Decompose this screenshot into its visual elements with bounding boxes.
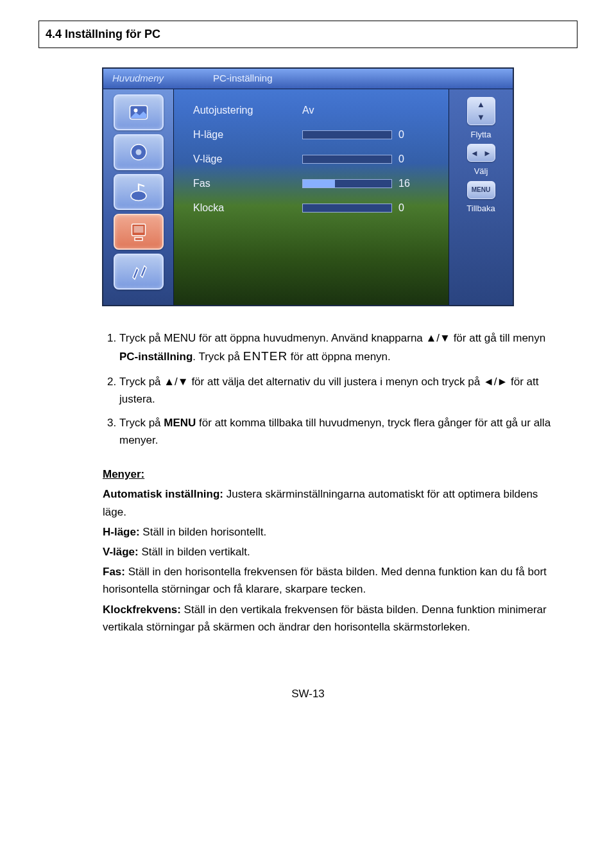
step-3: Tryck på MENU för att komma tillbaka til… bbox=[119, 414, 565, 449]
rightbar-back-label: Tillbaka bbox=[466, 203, 495, 214]
osd-value: 0 bbox=[398, 128, 418, 142]
osd-label: Autojustering bbox=[193, 103, 302, 117]
key-leftright-icon: ◄ ► bbox=[467, 144, 495, 162]
svg-point-1 bbox=[133, 109, 137, 112]
osd-value: Av bbox=[302, 103, 314, 117]
section-title-box: 4.4 Inställning för PC bbox=[38, 21, 578, 48]
osd-value: 0 bbox=[398, 201, 418, 215]
osd-label: H-läge bbox=[193, 128, 302, 142]
menu-auto: Automatisk inställning: Justera skärmins… bbox=[103, 485, 558, 520]
osd-label: Klocka bbox=[193, 201, 302, 215]
updown-icon: ▲/▼ bbox=[164, 376, 188, 388]
osd-topbar-right: PC-inställning bbox=[196, 72, 513, 85]
osd-slider bbox=[302, 130, 392, 139]
sidebar-icon-channel bbox=[114, 174, 164, 210]
osd-row-v: V-läge 0 bbox=[193, 147, 436, 171]
key-menu-icon: MENU bbox=[467, 181, 495, 199]
osd-value: 0 bbox=[398, 152, 418, 166]
osd-value: 16 bbox=[398, 177, 418, 191]
menus-heading: Menyer: bbox=[103, 465, 558, 483]
osd-label: Fas bbox=[193, 177, 302, 191]
osd-slider bbox=[302, 204, 392, 213]
osd-topbar: Huvudmeny PC-inställning bbox=[103, 69, 513, 89]
leftright-icon: ◄/► bbox=[483, 376, 508, 388]
osd-row-fas: Fas 16 bbox=[193, 171, 436, 196]
osd-screen: Huvudmeny PC-inställning Autojustering bbox=[102, 67, 514, 306]
svg-rect-6 bbox=[135, 238, 142, 241]
instructions: Tryck på MENU för att öppna huvudmenyn. … bbox=[38, 329, 578, 636]
svg-point-3 bbox=[135, 149, 141, 155]
osd-topbar-left: Huvudmeny bbox=[103, 72, 196, 85]
osd-screenshot: Huvudmeny PC-inställning Autojustering bbox=[102, 67, 514, 306]
osd-label: V-läge bbox=[193, 152, 302, 166]
page-number: SW-13 bbox=[38, 687, 578, 702]
osd-rightbar: ▲▼ Flytta ◄ ► Välj MENU Tillbaka bbox=[449, 89, 513, 305]
sidebar-icon-setup bbox=[114, 254, 164, 290]
menu-h: H-läge: Ställ in bilden horisontellt. bbox=[103, 523, 558, 541]
step-2: Tryck på ▲/▼ för att välja det alternati… bbox=[119, 373, 565, 408]
step-1: Tryck på MENU för att öppna huvudmenyn. … bbox=[119, 329, 565, 367]
menu-v: V-läge: Ställ in bilden vertikalt. bbox=[103, 543, 558, 561]
rightbar-select-label: Välj bbox=[474, 166, 488, 177]
osd-main: Autojustering Av H-läge 0 V-läge 0 Fas 1… bbox=[174, 89, 449, 305]
section-title: 4.4 Inställning för PC bbox=[46, 28, 160, 40]
osd-row-klocka: Klocka 0 bbox=[193, 196, 436, 220]
osd-row-auto: Autojustering Av bbox=[193, 98, 436, 123]
rightbar-move-label: Flytta bbox=[471, 129, 492, 141]
svg-point-4 bbox=[131, 191, 146, 200]
osd-slider bbox=[302, 155, 392, 164]
menus-section: Menyer: Automatisk inställning: Justera … bbox=[103, 465, 565, 636]
osd-slider bbox=[302, 179, 392, 188]
osd-row-h: H-läge 0 bbox=[193, 123, 436, 147]
menu-clk: Klockfrekvens: Ställ in den vertikala fr… bbox=[103, 601, 558, 636]
sidebar-icon-sound bbox=[114, 134, 164, 170]
enter-key-label: ENTER bbox=[243, 349, 287, 363]
sidebar-icon-picture bbox=[114, 94, 164, 130]
menu-fas: Fas: Ställ in den horisontella frekvense… bbox=[103, 563, 558, 598]
key-updown-icon: ▲▼ bbox=[467, 97, 495, 125]
svg-rect-7 bbox=[133, 226, 143, 233]
updown-icon: ▲/▼ bbox=[426, 332, 450, 344]
osd-sidebar bbox=[103, 89, 174, 305]
sidebar-icon-pc-active bbox=[114, 214, 164, 250]
